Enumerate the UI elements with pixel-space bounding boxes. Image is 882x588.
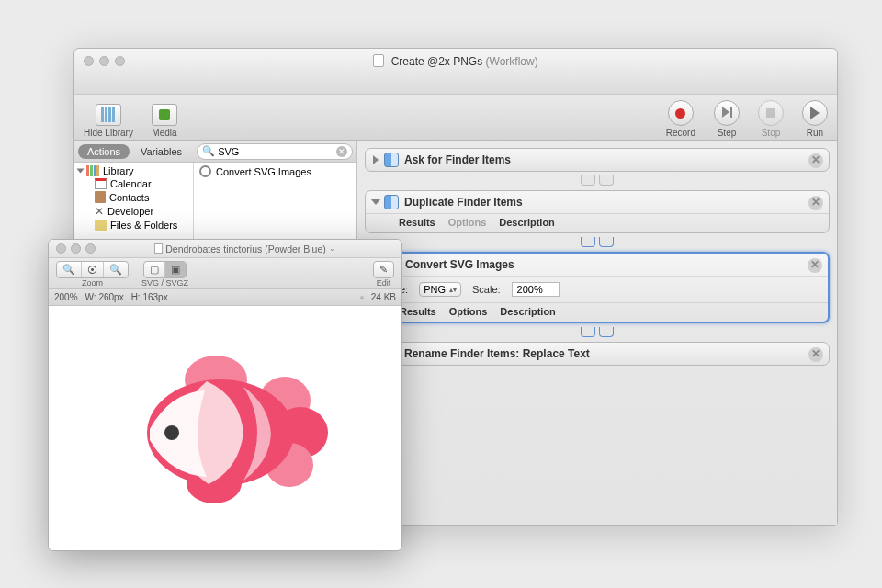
search-icon: 🔍 [202,145,215,157]
zoom-in-button[interactable]: 🔍 [104,262,128,277]
page-filled-icon: ▣ [171,264,180,276]
preview-status-bar: 200% W: 260px H: 163px ▫ 24 KB [49,289,401,306]
remove-step-button[interactable]: ✕ [808,258,822,273]
preview-titlebar: Dendrobates tinctorius (Powder Blue) ⌄ [49,240,401,258]
traffic-lights [84,56,125,66]
stop-icon [766,108,775,118]
close-window-button[interactable] [56,243,66,254]
preview-title: Dendrobates tinctorius (Powder Blue) [165,243,326,254]
hide-library-button[interactable]: Hide Library [84,104,133,138]
clear-search-button[interactable]: ✕ [336,146,347,157]
category-developer[interactable]: ✕Developer [74,204,193,219]
category-calendar[interactable]: Calendar [74,177,193,190]
document-icon [154,243,163,254]
tab-results[interactable]: Results [399,217,435,228]
search-input[interactable] [215,146,336,157]
disclosure-triangle-icon [77,169,85,174]
category-files-folders[interactable]: Files & Folders [74,219,193,232]
document-icon: ▫ [360,292,364,302]
scale-label: Scale: [472,284,501,295]
preview-window: Dendrobates tinctorius (Powder Blue) ⌄ 🔍… [48,239,402,551]
tab-results[interactable]: Results [400,306,436,317]
mode-label: SVG / SVGZ [141,278,188,288]
output-type-select[interactable]: PNG▴▾ [419,282,461,297]
run-button[interactable]: Run [802,100,828,138]
action-convert-svg-images[interactable]: Convert SVG Images [194,164,356,178]
record-button[interactable]: Record [666,100,695,138]
play-icon [810,107,820,119]
disclosure-triangle-icon[interactable] [371,199,380,205]
scale-input[interactable] [512,282,560,297]
library-icon [101,107,115,122]
step-duplicate-finder-items[interactable]: Duplicate Finder Items ✕ Results Options… [365,190,830,233]
window-title: Create @2x PNGs (Workflow) [74,49,837,68]
step-title: Ask for Finder Items [404,153,511,166]
chevron-down-icon[interactable]: ⌄ [329,244,335,253]
library-root[interactable]: Library [74,164,193,177]
step-rename-finder-items[interactable]: Rename Finder Items: Replace Text ✕ [365,342,830,366]
toolbar: Hide Library Media Record Step Stop Run [74,95,837,141]
tab-actions[interactable]: Actions [78,144,130,159]
tab-options[interactable]: Options [448,217,487,228]
minimize-window-button[interactable] [71,243,81,254]
svg-point-6 [164,425,179,440]
step-button[interactable]: Step [714,100,740,138]
remove-step-button[interactable]: ✕ [808,347,823,362]
page-icon: ▢ [150,264,159,276]
close-window-button[interactable] [84,56,94,66]
disclosure-triangle-icon[interactable] [373,155,379,164]
edit-label: Edit [377,278,391,288]
status-width: W: 260px [85,292,124,302]
finder-icon [384,153,399,167]
folder-icon [95,220,107,231]
document-icon [373,54,384,67]
tab-variables[interactable]: Variables [131,144,191,159]
media-icon [159,109,170,120]
media-button[interactable]: Media [152,104,177,138]
library-icon [86,165,99,176]
edit-button[interactable]: ✎ [373,261,394,278]
updown-icon: ▴▾ [449,286,457,294]
tab-options[interactable]: Options [449,306,488,317]
preview-toolbar: 🔍 ⦿ 🔍 Zoom ▢ ▣ SVG / SVGZ ✎ Edit [49,258,401,289]
pencil-icon: ✎ [379,264,388,276]
status-filesize: 24 KB [371,292,396,302]
minimize-window-button[interactable] [99,56,109,66]
zoom-window-button[interactable] [115,56,125,66]
contacts-icon [95,191,106,203]
mode-svgz-button[interactable]: ▣ [165,262,186,277]
step-icon [722,107,732,119]
tab-description[interactable]: Description [500,306,556,317]
connector-icon [579,327,616,338]
mode-svg-button[interactable]: ▢ [144,262,165,277]
step-title: Duplicate Finder Items [404,196,523,209]
tab-description[interactable]: Description [499,217,555,228]
fish-image [106,345,345,511]
window-title-name: Create @2x PNGs [391,55,483,68]
step-title: Convert SVG Images [405,258,514,271]
category-contacts[interactable]: Contacts [74,190,193,204]
connector-icon [579,237,616,248]
calendar-icon [95,178,107,189]
remove-step-button[interactable]: ✕ [808,153,823,168]
developer-icon: ✕ [95,205,104,218]
record-icon [675,108,685,119]
workflow-canvas[interactable]: Ask for Finder Items ✕ Duplicate Finder … [357,141,837,525]
step-convert-svg-images[interactable]: Convert SVG Images ✕ e: PNG▴▾ Scale: Res… [365,252,830,323]
status-height: H: 163px [131,292,168,302]
finder-icon [384,195,399,209]
connector-icon [579,175,616,187]
preview-canvas[interactable] [49,306,401,550]
zoom-window-button[interactable] [85,243,96,254]
status-zoom: 200% [54,292,78,302]
search-field[interactable]: 🔍 ✕ [197,143,353,160]
window-titlebar: Create @2x PNGs (Workflow) [74,49,837,95]
mode-segmented-control: ▢ ▣ [143,261,187,278]
zoom-actual-button[interactable]: ⦿ [82,262,104,277]
zoom-out-button[interactable]: 🔍 [57,262,82,277]
step-title: Rename Finder Items: Replace Text [404,347,590,360]
step-ask-for-finder-items[interactable]: Ask for Finder Items ✕ [365,148,830,172]
remove-step-button[interactable]: ✕ [808,196,823,210]
stop-button[interactable]: Stop [758,100,784,138]
zoom-label: Zoom [82,278,103,288]
